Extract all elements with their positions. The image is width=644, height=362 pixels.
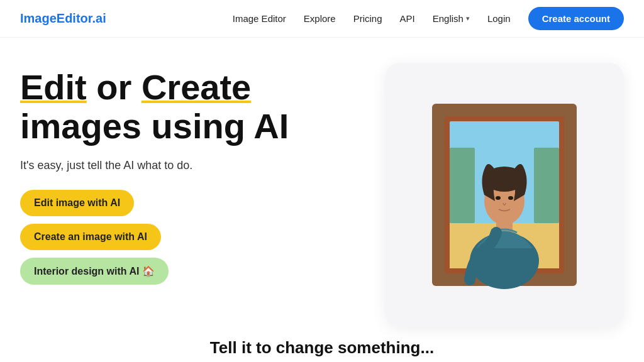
hero-title-edit: Edit xyxy=(20,67,87,107)
svg-point-8 xyxy=(496,196,501,200)
nav-pricing[interactable]: Pricing xyxy=(353,13,382,24)
hero-title-create: Create xyxy=(142,67,251,107)
hero-left: Edit or Createimages using AI It's easy,… xyxy=(20,63,360,285)
pill-create-image[interactable]: Create an image with AI xyxy=(20,224,161,250)
svg-rect-10 xyxy=(450,148,475,223)
footer-teaser: Tell it to change something... xyxy=(0,327,644,358)
hero-section: Edit or Createimages using AI It's easy,… xyxy=(0,38,644,327)
language-selector[interactable]: English ▾ xyxy=(433,13,470,24)
logo[interactable]: ImageEditor.ai xyxy=(20,11,106,26)
chevron-down-icon: ▾ xyxy=(466,14,470,23)
login-link[interactable]: Login xyxy=(487,13,511,24)
navbar: ImageEditor.ai Image Editor Explore Pric… xyxy=(0,0,644,38)
pill-edit-image[interactable]: Edit image with AI xyxy=(20,190,134,216)
pill-buttons: Edit image with AI Create an image with … xyxy=(20,190,360,285)
nav-image-editor[interactable]: Image Editor xyxy=(233,13,286,24)
mona-lisa-illustration xyxy=(426,97,583,292)
hero-title: Edit or Createimages using AI xyxy=(20,68,360,145)
nav-api[interactable]: API xyxy=(400,13,415,24)
pill-interior-design[interactable]: Interior design with AI 🏠 xyxy=(20,258,169,285)
hero-image-card xyxy=(385,63,624,327)
hero-subtitle: It's easy, just tell the AI what to do. xyxy=(20,159,360,172)
create-account-button[interactable]: Create account xyxy=(528,7,624,30)
nav-explore[interactable]: Explore xyxy=(304,13,336,24)
language-label: English xyxy=(433,13,464,24)
svg-rect-11 xyxy=(534,148,559,223)
svg-point-7 xyxy=(484,167,525,192)
svg-point-9 xyxy=(508,196,513,200)
